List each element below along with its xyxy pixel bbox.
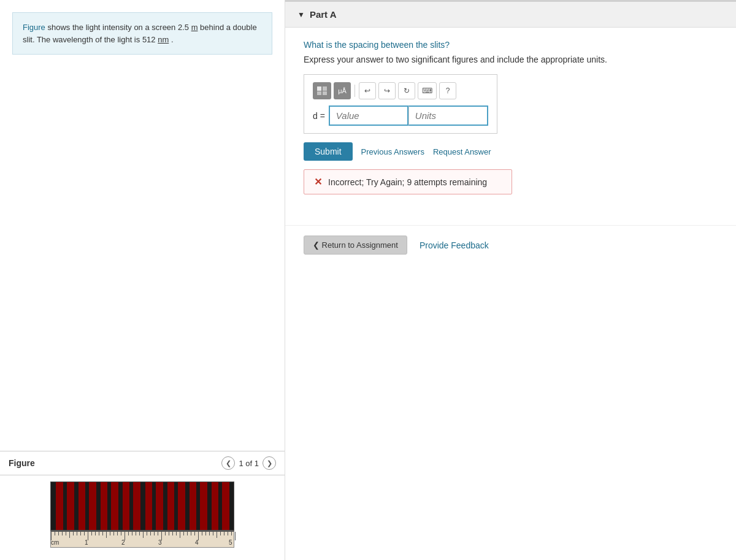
input-label: d =: [313, 111, 325, 121]
figure-page: 1 of 1: [239, 459, 259, 468]
figure-header: Figure ❮ 1 of 1 ❯: [0, 451, 285, 475]
undo-button[interactable]: ↩: [359, 82, 376, 99]
left-panel: Figure shows the light intensity on a sc…: [0, 0, 285, 560]
value-input[interactable]: [329, 105, 408, 126]
wavelength-unit-underline: nm: [158, 35, 169, 44]
problem-text-end: .: [171, 35, 174, 44]
instruction-text: Express your answer to two significant f…: [304, 55, 718, 64]
svg-rect-0: [317, 86, 321, 91]
svg-rect-3: [323, 91, 327, 95]
request-answer-link[interactable]: Request Answer: [433, 147, 491, 156]
submit-button[interactable]: Submit: [304, 142, 353, 161]
figure-link[interactable]: Figure: [23, 23, 45, 32]
ruler: cm 1 2 3 4 5: [50, 531, 234, 548]
figure-section: Figure ❮ 1 of 1 ❯: [0, 451, 285, 560]
symbol-button[interactable]: μÅ: [334, 82, 351, 99]
feedback-box: ✕ Incorrect; Try Again; 9 attempts remai…: [304, 169, 512, 194]
svg-rect-2: [317, 91, 321, 95]
problem-statement: shows the light intensity on a screen: [47, 23, 177, 32]
toolbar-separator: [355, 85, 355, 97]
actions-row: Submit Previous Answers Request Answer: [304, 142, 718, 161]
return-to-assignment-button[interactable]: ❮ Return to Assignment: [304, 236, 407, 255]
redo-button[interactable]: ↪: [378, 82, 396, 99]
figure-prev-button[interactable]: ❮: [221, 456, 235, 470]
provide-feedback-link[interactable]: Provide Feedback: [420, 240, 489, 250]
diffraction-pattern: [50, 481, 234, 531]
answer-toolbar: μÅ ↩ ↪ ↻ ⌨ ?: [313, 82, 488, 99]
part-title: Part A: [310, 9, 337, 20]
problem-description: Figure shows the light intensity on a sc…: [12, 12, 272, 55]
input-row: d =: [313, 105, 488, 126]
figure-title: Figure: [9, 458, 35, 468]
part-content: What is the spacing between the slits? E…: [285, 28, 736, 207]
figure-navigation: ❮ 1 of 1 ❯: [221, 456, 276, 470]
help-button[interactable]: ?: [439, 82, 456, 99]
collapse-chevron[interactable]: ▼: [297, 10, 305, 19]
template-button[interactable]: [313, 82, 331, 99]
distance-unit-underline: m: [191, 23, 198, 32]
question-text: What is the spacing between the slits?: [304, 40, 718, 50]
keyboard-button[interactable]: ⌨: [418, 82, 437, 99]
distance-value: 2.5: [178, 23, 189, 32]
feedback-message: Incorrect; Try Again; 9 attempts remaini…: [328, 177, 487, 187]
units-input[interactable]: [408, 105, 488, 126]
refresh-button[interactable]: ↻: [398, 82, 415, 99]
part-header: ▼ Part A: [285, 2, 736, 28]
svg-rect-1: [323, 86, 327, 91]
bottom-actions: ❮ Return to Assignment Provide Feedback: [285, 225, 736, 264]
figure-image: cm 1 2 3 4 5: [0, 475, 285, 560]
feedback-icon: ✕: [314, 176, 322, 188]
right-panel: ▼ Part A What is the spacing between the…: [285, 0, 736, 560]
answer-box: μÅ ↩ ↪ ↻ ⌨ ? d =: [304, 74, 497, 134]
previous-answers-link[interactable]: Previous Answers: [361, 147, 424, 156]
wavelength-value: 512: [142, 35, 156, 44]
diffraction-pattern-container: cm 1 2 3 4 5: [50, 481, 234, 548]
figure-next-button[interactable]: ❯: [263, 456, 276, 470]
